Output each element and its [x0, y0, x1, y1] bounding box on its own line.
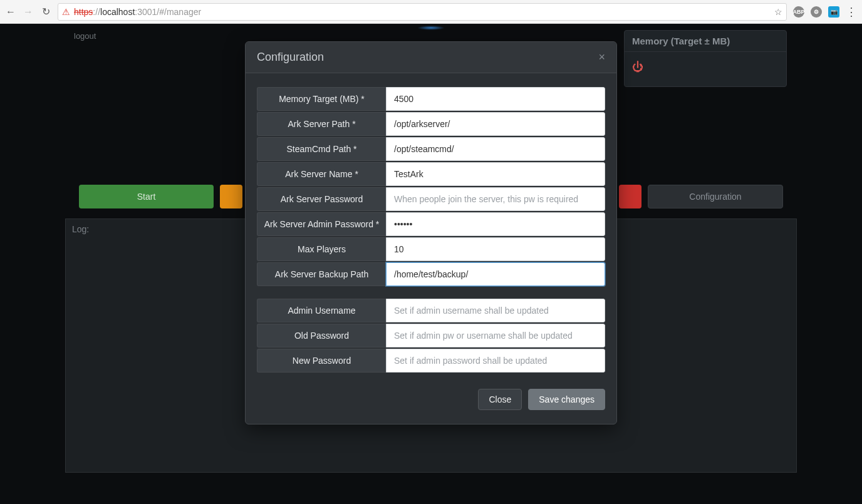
modal-body: Memory Target (MB) * Ark Server Path * S… — [246, 73, 616, 379]
input-ark-server-name[interactable] — [386, 162, 605, 186]
label-memory-target: Memory Target (MB) * — [257, 87, 386, 111]
close-icon[interactable]: × — [598, 51, 605, 64]
nav-back-icon[interactable]: ← — [5, 6, 16, 18]
configuration-modal: Configuration × Memory Target (MB) * Ark… — [245, 41, 617, 424]
bookmark-star-icon[interactable]: ☆ — [774, 7, 782, 17]
input-ark-server-admin-password[interactable] — [386, 212, 605, 236]
extension-abp-icon[interactable]: ABP — [793, 6, 804, 18]
input-memory-target[interactable] — [386, 87, 605, 111]
label-ark-server-backup-path: Ark Server Backup Path — [257, 262, 386, 286]
label-steamcmd-path: SteamCmd Path * — [257, 137, 386, 161]
label-ark-server-admin-password: Ark Server Admin Password * — [257, 212, 386, 236]
insecure-warning-icon: ⚠ — [62, 7, 70, 17]
label-new-password: New Password — [257, 349, 386, 373]
input-ark-server-path[interactable] — [386, 112, 605, 136]
input-old-password[interactable] — [386, 324, 605, 347]
extension-badge-icon[interactable]: ⚙ — [811, 6, 822, 18]
label-ark-server-path: Ark Server Path * — [257, 112, 386, 136]
label-old-password: Old Password — [257, 324, 386, 347]
input-steamcmd-path[interactable] — [386, 137, 605, 161]
label-max-players: Max Players — [257, 237, 386, 261]
input-new-password[interactable] — [386, 349, 605, 373]
modal-backdrop: Configuration × Memory Target (MB) * Ark… — [0, 24, 862, 504]
app-root: logout Memory (Target ± MB) ⏻ Start Conf… — [0, 24, 862, 504]
input-admin-username[interactable] — [386, 299, 605, 322]
nav-forward-icon: → — [23, 6, 34, 18]
save-changes-button[interactable]: Save changes — [528, 389, 605, 410]
browser-menu-icon[interactable]: ⋮ — [846, 5, 857, 19]
reload-icon[interactable]: ↻ — [40, 6, 51, 18]
label-admin-username: Admin Username — [257, 299, 386, 322]
address-bar[interactable]: ⚠ https://localhost:3001/#/manager ☆ — [58, 3, 787, 21]
close-button[interactable]: Close — [478, 389, 522, 410]
input-ark-server-password[interactable] — [386, 187, 605, 211]
label-ark-server-name: Ark Server Name * — [257, 162, 386, 186]
input-ark-server-backup-path[interactable] — [386, 262, 605, 286]
browser-chrome: ← → ↻ ⚠ https://localhost:3001/#/manager… — [0, 0, 862, 24]
label-ark-server-password: Ark Server Password — [257, 187, 386, 211]
modal-header: Configuration × — [246, 42, 616, 73]
modal-title: Configuration — [257, 51, 324, 64]
modal-footer: Close Save changes — [246, 379, 616, 424]
url-text: https://localhost:3001/#/manager — [74, 7, 201, 17]
input-max-players[interactable] — [386, 237, 605, 261]
extension-camera-icon[interactable]: 📷 — [828, 6, 839, 18]
browser-extensions: ABP ⚙ 📷 ⋮ — [793, 5, 857, 19]
